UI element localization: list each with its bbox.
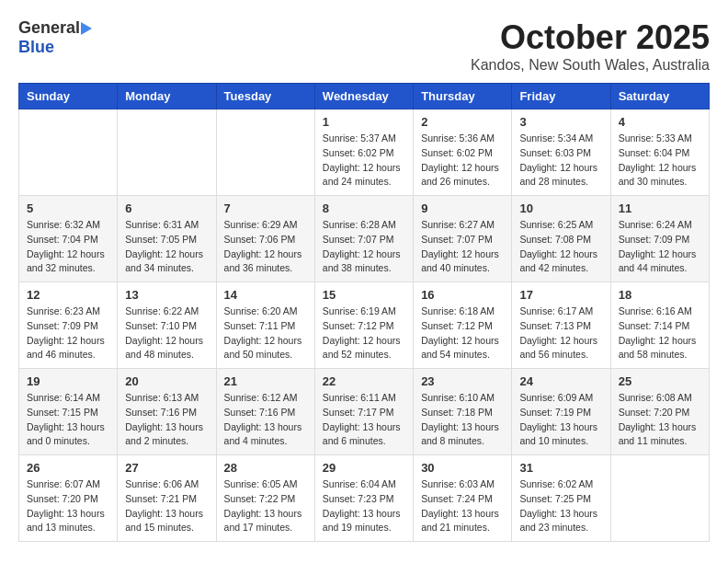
day-number: 3 bbox=[519, 115, 602, 129]
weekday-header-tuesday: Tuesday bbox=[216, 84, 314, 109]
day-info: Sunrise: 6:09 AMSunset: 7:19 PMDaylight:… bbox=[519, 391, 602, 449]
day-number: 22 bbox=[323, 374, 405, 388]
calendar-cell: 16Sunrise: 6:18 AMSunset: 7:12 PMDayligh… bbox=[414, 282, 512, 369]
logo-blue: Blue bbox=[18, 38, 54, 56]
day-info: Sunrise: 5:34 AMSunset: 6:03 PMDaylight:… bbox=[519, 132, 602, 190]
day-number: 26 bbox=[27, 461, 109, 475]
day-info: Sunrise: 6:14 AMSunset: 7:15 PMDaylight:… bbox=[27, 391, 109, 449]
day-number: 25 bbox=[619, 374, 701, 388]
calendar-cell: 12Sunrise: 6:23 AMSunset: 7:09 PMDayligh… bbox=[19, 282, 118, 369]
day-number: 13 bbox=[125, 288, 208, 302]
calendar-cell: 3Sunrise: 5:34 AMSunset: 6:03 PMDaylight… bbox=[512, 109, 610, 196]
calendar-cell: 8Sunrise: 6:28 AMSunset: 7:07 PMDaylight… bbox=[314, 196, 413, 282]
calendar-cell: 21Sunrise: 6:12 AMSunset: 7:16 PMDayligh… bbox=[216, 369, 314, 455]
calendar-week-row: 12Sunrise: 6:23 AMSunset: 7:09 PMDayligh… bbox=[19, 282, 710, 369]
day-info: Sunrise: 6:13 AMSunset: 7:16 PMDaylight:… bbox=[125, 391, 208, 449]
day-number: 7 bbox=[224, 201, 307, 215]
calendar-cell: 4Sunrise: 5:33 AMSunset: 6:04 PMDaylight… bbox=[610, 109, 709, 196]
weekday-header-saturday: Saturday bbox=[610, 84, 709, 109]
day-info: Sunrise: 6:22 AMSunset: 7:10 PMDaylight:… bbox=[125, 304, 208, 362]
calendar-cell: 25Sunrise: 6:08 AMSunset: 7:20 PMDayligh… bbox=[610, 369, 709, 455]
calendar-cell: 9Sunrise: 6:27 AMSunset: 7:07 PMDaylight… bbox=[414, 196, 512, 282]
day-info: Sunrise: 6:03 AMSunset: 7:24 PMDaylight:… bbox=[421, 477, 504, 535]
page-header: General Blue October 2025 Kandos, New So… bbox=[18, 18, 710, 74]
day-info: Sunrise: 5:33 AMSunset: 6:04 PMDaylight:… bbox=[619, 132, 701, 190]
day-number: 18 bbox=[619, 288, 701, 302]
calendar-cell: 18Sunrise: 6:16 AMSunset: 7:14 PMDayligh… bbox=[610, 282, 709, 369]
day-number: 5 bbox=[27, 201, 109, 215]
day-info: Sunrise: 6:04 AMSunset: 7:23 PMDaylight:… bbox=[323, 477, 405, 535]
calendar-cell: 29Sunrise: 6:04 AMSunset: 7:23 PMDayligh… bbox=[314, 455, 413, 542]
calendar-table: SundayMondayTuesdayWednesdayThursdayFrid… bbox=[18, 83, 710, 542]
month-title: October 2025 bbox=[471, 18, 710, 57]
calendar-cell: 17Sunrise: 6:17 AMSunset: 7:13 PMDayligh… bbox=[512, 282, 610, 369]
day-info: Sunrise: 6:07 AMSunset: 7:20 PMDaylight:… bbox=[27, 477, 109, 535]
day-info: Sunrise: 6:17 AMSunset: 7:13 PMDaylight:… bbox=[519, 304, 602, 362]
weekday-header-friday: Friday bbox=[512, 84, 610, 109]
day-number: 11 bbox=[619, 201, 701, 215]
calendar-week-row: 26Sunrise: 6:07 AMSunset: 7:20 PMDayligh… bbox=[19, 455, 710, 542]
calendar-cell: 27Sunrise: 6:06 AMSunset: 7:21 PMDayligh… bbox=[118, 455, 216, 542]
day-info: Sunrise: 5:37 AMSunset: 6:02 PMDaylight:… bbox=[323, 132, 405, 190]
calendar-cell bbox=[610, 455, 709, 542]
day-number: 30 bbox=[421, 461, 504, 475]
day-number: 28 bbox=[224, 461, 307, 475]
calendar-cell: 10Sunrise: 6:25 AMSunset: 7:08 PMDayligh… bbox=[512, 196, 610, 282]
calendar-week-row: 19Sunrise: 6:14 AMSunset: 7:15 PMDayligh… bbox=[19, 369, 710, 455]
calendar-cell: 19Sunrise: 6:14 AMSunset: 7:15 PMDayligh… bbox=[19, 369, 118, 455]
day-info: Sunrise: 6:10 AMSunset: 7:18 PMDaylight:… bbox=[421, 391, 504, 449]
calendar-cell: 15Sunrise: 6:19 AMSunset: 7:12 PMDayligh… bbox=[314, 282, 413, 369]
calendar-cell: 24Sunrise: 6:09 AMSunset: 7:19 PMDayligh… bbox=[512, 369, 610, 455]
day-info: Sunrise: 6:11 AMSunset: 7:17 PMDaylight:… bbox=[323, 391, 405, 449]
weekday-header-wednesday: Wednesday bbox=[314, 84, 413, 109]
day-info: Sunrise: 6:25 AMSunset: 7:08 PMDaylight:… bbox=[519, 218, 602, 276]
calendar-cell: 31Sunrise: 6:02 AMSunset: 7:25 PMDayligh… bbox=[512, 455, 610, 542]
weekday-header-row: SundayMondayTuesdayWednesdayThursdayFrid… bbox=[19, 84, 710, 109]
day-info: Sunrise: 6:20 AMSunset: 7:11 PMDaylight:… bbox=[224, 304, 307, 362]
location-title: Kandos, New South Wales, Australia bbox=[471, 57, 710, 74]
day-number: 19 bbox=[27, 374, 109, 388]
day-number: 29 bbox=[323, 461, 405, 475]
title-section: October 2025 Kandos, New South Wales, Au… bbox=[471, 18, 710, 74]
calendar-cell bbox=[19, 109, 118, 196]
calendar-cell: 30Sunrise: 6:03 AMSunset: 7:24 PMDayligh… bbox=[414, 455, 512, 542]
day-number: 12 bbox=[27, 288, 109, 302]
logo-arrow-icon bbox=[81, 22, 92, 35]
day-number: 21 bbox=[224, 374, 307, 388]
calendar-cell bbox=[118, 109, 216, 196]
day-number: 10 bbox=[519, 201, 602, 215]
day-info: Sunrise: 6:24 AMSunset: 7:09 PMDaylight:… bbox=[619, 218, 701, 276]
calendar-cell: 13Sunrise: 6:22 AMSunset: 7:10 PMDayligh… bbox=[118, 282, 216, 369]
calendar-cell bbox=[216, 109, 314, 196]
day-info: Sunrise: 6:32 AMSunset: 7:04 PMDaylight:… bbox=[27, 218, 109, 276]
day-number: 24 bbox=[519, 374, 602, 388]
calendar-week-row: 1Sunrise: 5:37 AMSunset: 6:02 PMDaylight… bbox=[19, 109, 710, 196]
day-info: Sunrise: 6:18 AMSunset: 7:12 PMDaylight:… bbox=[421, 304, 504, 362]
day-number: 23 bbox=[421, 374, 504, 388]
day-info: Sunrise: 6:08 AMSunset: 7:20 PMDaylight:… bbox=[619, 391, 701, 449]
day-number: 15 bbox=[323, 288, 405, 302]
day-info: Sunrise: 6:29 AMSunset: 7:06 PMDaylight:… bbox=[224, 218, 307, 276]
day-info: Sunrise: 6:23 AMSunset: 7:09 PMDaylight:… bbox=[27, 304, 109, 362]
weekday-header-thursday: Thursday bbox=[414, 84, 512, 109]
day-number: 1 bbox=[323, 115, 405, 129]
day-number: 9 bbox=[421, 201, 504, 215]
weekday-header-monday: Monday bbox=[118, 84, 216, 109]
calendar-cell: 2Sunrise: 5:36 AMSunset: 6:02 PMDaylight… bbox=[414, 109, 512, 196]
calendar-cell: 11Sunrise: 6:24 AMSunset: 7:09 PMDayligh… bbox=[610, 196, 709, 282]
calendar-cell: 23Sunrise: 6:10 AMSunset: 7:18 PMDayligh… bbox=[414, 369, 512, 455]
day-number: 20 bbox=[125, 374, 208, 388]
day-number: 4 bbox=[619, 115, 701, 129]
day-number: 31 bbox=[519, 461, 602, 475]
day-info: Sunrise: 6:05 AMSunset: 7:22 PMDaylight:… bbox=[224, 477, 307, 535]
day-info: Sunrise: 6:31 AMSunset: 7:05 PMDaylight:… bbox=[125, 218, 208, 276]
day-number: 17 bbox=[519, 288, 602, 302]
calendar-cell: 20Sunrise: 6:13 AMSunset: 7:16 PMDayligh… bbox=[118, 369, 216, 455]
day-number: 16 bbox=[421, 288, 504, 302]
calendar-cell: 5Sunrise: 6:32 AMSunset: 7:04 PMDaylight… bbox=[19, 196, 118, 282]
calendar-cell: 1Sunrise: 5:37 AMSunset: 6:02 PMDaylight… bbox=[314, 109, 413, 196]
day-info: Sunrise: 6:16 AMSunset: 7:14 PMDaylight:… bbox=[619, 304, 701, 362]
day-number: 27 bbox=[125, 461, 208, 475]
day-info: Sunrise: 6:19 AMSunset: 7:12 PMDaylight:… bbox=[323, 304, 405, 362]
day-info: Sunrise: 6:12 AMSunset: 7:16 PMDaylight:… bbox=[224, 391, 307, 449]
